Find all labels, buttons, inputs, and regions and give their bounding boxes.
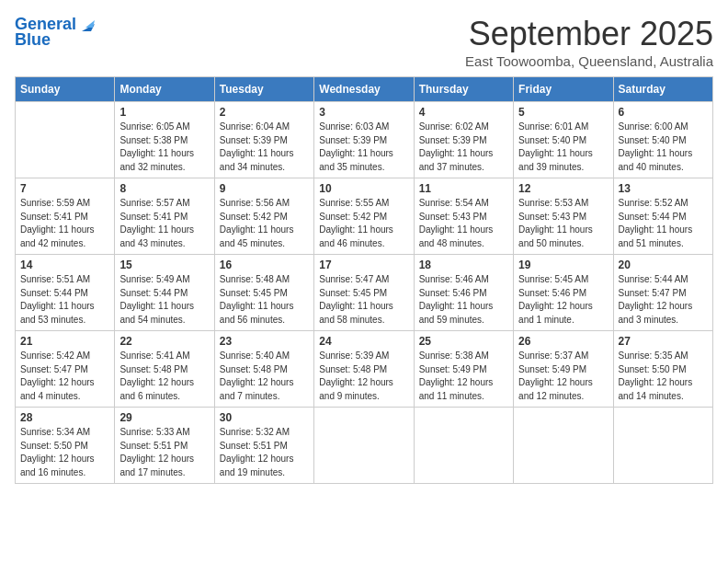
day-info: Sunrise: 5:34 AMSunset: 5:50 PMDaylight:…: [20, 427, 95, 477]
day-info: Sunrise: 5:37 AMSunset: 5:49 PMDaylight:…: [518, 350, 593, 401]
logo-icon: [78, 15, 98, 35]
day-number: 30: [220, 411, 309, 424]
day-number: 6: [619, 106, 708, 119]
month-title: September 2025: [465, 15, 713, 53]
day-cell: 9 Sunrise: 5:56 AMSunset: 5:42 PMDayligh…: [214, 178, 313, 255]
subtitle: East Toowoomba, Queensland, Australia: [465, 53, 713, 69]
logo: General Blue: [15, 15, 98, 50]
day-cell: 26 Sunrise: 5:37 AMSunset: 5:49 PMDaylig…: [514, 331, 613, 408]
day-cell: 20 Sunrise: 5:44 AMSunset: 5:47 PMDaylig…: [613, 255, 712, 331]
day-info: Sunrise: 6:02 AMSunset: 5:39 PMDaylight:…: [419, 121, 494, 172]
day-cell: 23 Sunrise: 5:40 AMSunset: 5:48 PMDaylig…: [214, 331, 313, 408]
header-cell-friday: Friday: [514, 77, 613, 102]
day-cell: [613, 408, 712, 484]
day-info: Sunrise: 6:01 AMSunset: 5:40 PMDaylight:…: [518, 121, 593, 172]
day-number: 27: [619, 335, 708, 348]
day-cell: 1 Sunrise: 6:05 AMSunset: 5:38 PMDayligh…: [115, 102, 214, 178]
day-cell: 21 Sunrise: 5:42 AMSunset: 5:47 PMDaylig…: [16, 331, 115, 408]
day-cell: 29 Sunrise: 5:33 AMSunset: 5:51 PMDaylig…: [115, 408, 214, 484]
day-info: Sunrise: 6:04 AMSunset: 5:39 PMDaylight:…: [220, 121, 294, 172]
day-info: Sunrise: 5:57 AMSunset: 5:41 PMDaylight:…: [119, 198, 194, 248]
day-info: Sunrise: 5:46 AMSunset: 5:46 PMDaylight:…: [419, 274, 494, 325]
day-info: Sunrise: 5:54 AMSunset: 5:43 PMDaylight:…: [419, 198, 494, 248]
day-number: 26: [518, 335, 608, 348]
title-block: September 2025 East Toowoomba, Queenslan…: [465, 15, 713, 69]
day-cell: 3 Sunrise: 6:03 AMSunset: 5:39 PMDayligh…: [314, 102, 414, 178]
day-number: 15: [119, 259, 209, 271]
day-cell: [16, 102, 115, 178]
day-info: Sunrise: 5:48 AMSunset: 5:45 PMDaylight:…: [220, 274, 294, 325]
day-cell: 18 Sunrise: 5:46 AMSunset: 5:46 PMDaylig…: [414, 255, 513, 331]
day-number: 10: [319, 182, 408, 195]
day-number: 16: [220, 259, 309, 271]
page-header: General Blue September 2025 East Toowoom…: [15, 15, 713, 69]
header-cell-sunday: Sunday: [16, 77, 115, 102]
day-cell: 24 Sunrise: 5:39 AMSunset: 5:48 PMDaylig…: [314, 331, 414, 408]
day-cell: 13 Sunrise: 5:52 AMSunset: 5:44 PMDaylig…: [613, 178, 712, 255]
day-cell: 27 Sunrise: 5:35 AMSunset: 5:50 PMDaylig…: [613, 331, 712, 408]
day-number: 22: [119, 335, 209, 348]
day-cell: 4 Sunrise: 6:02 AMSunset: 5:39 PMDayligh…: [414, 102, 513, 178]
day-info: Sunrise: 6:05 AMSunset: 5:38 PMDaylight:…: [119, 121, 194, 172]
day-cell: 28 Sunrise: 5:34 AMSunset: 5:50 PMDaylig…: [16, 408, 115, 484]
day-number: 29: [119, 411, 209, 424]
day-cell: 17 Sunrise: 5:47 AMSunset: 5:45 PMDaylig…: [314, 255, 414, 331]
day-info: Sunrise: 5:35 AMSunset: 5:50 PMDaylight:…: [619, 350, 693, 401]
day-info: Sunrise: 5:53 AMSunset: 5:43 PMDaylight:…: [518, 198, 593, 248]
day-cell: 14 Sunrise: 5:51 AMSunset: 5:44 PMDaylig…: [16, 255, 115, 331]
day-cell: 7 Sunrise: 5:59 AMSunset: 5:41 PMDayligh…: [16, 178, 115, 255]
week-row-2: 7 Sunrise: 5:59 AMSunset: 5:41 PMDayligh…: [16, 178, 713, 255]
day-number: 11: [419, 182, 508, 195]
day-info: Sunrise: 5:39 AMSunset: 5:48 PMDaylight:…: [319, 350, 393, 401]
header-cell-saturday: Saturday: [613, 77, 712, 102]
day-number: 3: [319, 106, 408, 119]
day-info: Sunrise: 6:00 AMSunset: 5:40 PMDaylight:…: [619, 121, 693, 172]
logo-text-blue: Blue: [15, 31, 51, 50]
week-row-4: 21 Sunrise: 5:42 AMSunset: 5:47 PMDaylig…: [16, 331, 713, 408]
day-number: 7: [20, 182, 109, 195]
day-info: Sunrise: 5:49 AMSunset: 5:44 PMDaylight:…: [119, 274, 194, 325]
day-info: Sunrise: 5:51 AMSunset: 5:44 PMDaylight:…: [20, 274, 95, 325]
day-number: 23: [220, 335, 309, 348]
day-number: 8: [119, 182, 209, 195]
day-number: 13: [619, 182, 708, 195]
day-number: 14: [20, 259, 109, 271]
day-number: 4: [419, 106, 508, 119]
day-cell: 6 Sunrise: 6:00 AMSunset: 5:40 PMDayligh…: [613, 102, 712, 178]
day-info: Sunrise: 5:42 AMSunset: 5:47 PMDaylight:…: [20, 350, 95, 401]
day-number: 2: [220, 106, 309, 119]
day-number: 17: [319, 259, 408, 271]
week-row-5: 28 Sunrise: 5:34 AMSunset: 5:50 PMDaylig…: [16, 408, 713, 484]
day-cell: 16 Sunrise: 5:48 AMSunset: 5:45 PMDaylig…: [214, 255, 313, 331]
header-cell-wednesday: Wednesday: [314, 77, 414, 102]
day-info: Sunrise: 5:44 AMSunset: 5:47 PMDaylight:…: [619, 274, 693, 325]
day-cell: [414, 408, 513, 484]
day-cell: [314, 408, 414, 484]
day-info: Sunrise: 5:41 AMSunset: 5:48 PMDaylight:…: [119, 350, 194, 401]
day-number: 20: [619, 259, 708, 271]
day-cell: 5 Sunrise: 6:01 AMSunset: 5:40 PMDayligh…: [514, 102, 613, 178]
day-cell: 25 Sunrise: 5:38 AMSunset: 5:49 PMDaylig…: [414, 331, 513, 408]
day-number: 1: [119, 106, 209, 119]
day-info: Sunrise: 5:45 AMSunset: 5:46 PMDaylight:…: [518, 274, 593, 325]
day-number: 19: [518, 259, 608, 271]
day-cell: 19 Sunrise: 5:45 AMSunset: 5:46 PMDaylig…: [514, 255, 613, 331]
day-cell: [514, 408, 613, 484]
day-cell: 10 Sunrise: 5:55 AMSunset: 5:42 PMDaylig…: [314, 178, 414, 255]
day-info: Sunrise: 5:40 AMSunset: 5:48 PMDaylight:…: [220, 350, 294, 401]
header-cell-tuesday: Tuesday: [214, 77, 313, 102]
day-number: 9: [220, 182, 309, 195]
day-number: 21: [20, 335, 109, 348]
day-info: Sunrise: 5:33 AMSunset: 5:51 PMDaylight:…: [119, 427, 194, 477]
week-row-3: 14 Sunrise: 5:51 AMSunset: 5:44 PMDaylig…: [16, 255, 713, 331]
day-cell: 22 Sunrise: 5:41 AMSunset: 5:48 PMDaylig…: [115, 331, 214, 408]
calendar-table: SundayMondayTuesdayWednesdayThursdayFrid…: [15, 76, 713, 484]
day-cell: 2 Sunrise: 6:04 AMSunset: 5:39 PMDayligh…: [214, 102, 313, 178]
day-cell: 11 Sunrise: 5:54 AMSunset: 5:43 PMDaylig…: [414, 178, 513, 255]
header-row: SundayMondayTuesdayWednesdayThursdayFrid…: [16, 77, 713, 102]
day-info: Sunrise: 5:52 AMSunset: 5:44 PMDaylight:…: [619, 198, 693, 248]
day-info: Sunrise: 5:38 AMSunset: 5:49 PMDaylight:…: [419, 350, 494, 401]
day-info: Sunrise: 5:59 AMSunset: 5:41 PMDaylight:…: [20, 198, 95, 248]
day-info: Sunrise: 5:32 AMSunset: 5:51 PMDaylight:…: [220, 427, 294, 477]
day-number: 24: [319, 335, 408, 348]
